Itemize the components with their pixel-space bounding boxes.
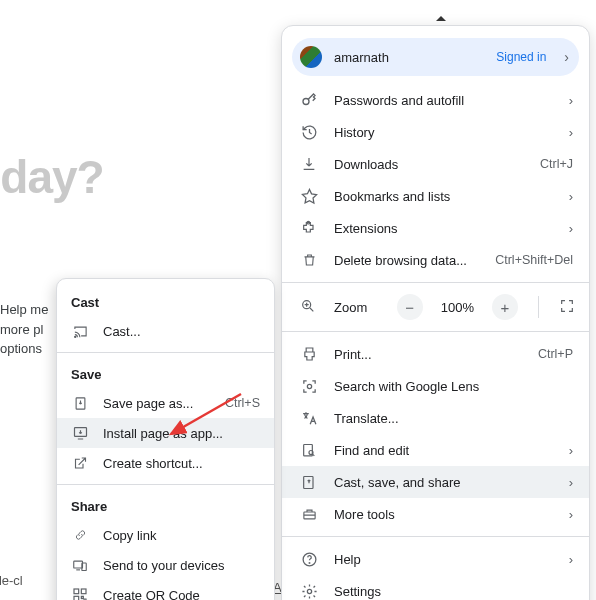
pill-1: Help me: [0, 300, 48, 320]
accelerator: Ctrl+J: [540, 157, 573, 171]
lens-icon: [300, 377, 318, 395]
chevron-right-icon: ›: [569, 93, 573, 108]
submenu-label: Cast...: [103, 324, 260, 339]
separator: [282, 282, 589, 283]
chevron-right-icon: ›: [569, 552, 573, 567]
history-icon: [300, 123, 318, 141]
menu-more-tools[interactable]: More tools ›: [282, 498, 589, 530]
svg-point-3: [307, 384, 311, 388]
svg-rect-18: [74, 596, 79, 600]
svg-point-9: [309, 562, 310, 563]
devices-icon: [71, 556, 89, 574]
submenu-label: Create shortcut...: [103, 456, 260, 471]
avatar: [300, 46, 322, 68]
separator: [282, 331, 589, 332]
chevron-right-icon: ›: [564, 49, 569, 65]
svg-rect-14: [74, 561, 83, 568]
star-icon: [300, 187, 318, 205]
cast-save-share-submenu: Cast Cast... Save Save page as... Ctrl+S…: [56, 278, 275, 600]
download-icon: [300, 155, 318, 173]
pill-2: more pl: [0, 320, 48, 340]
puzzle-icon: [300, 219, 318, 237]
menu-extensions[interactable]: Extensions ›: [282, 212, 589, 244]
menu-translate[interactable]: Translate...: [282, 402, 589, 434]
toolbox-icon: [300, 505, 318, 523]
menu-label: Cast, save, and share: [334, 475, 553, 490]
submenu-label: Send to your devices: [103, 558, 260, 573]
submenu-label: Copy link: [103, 528, 260, 543]
menu-arrow-icon: [436, 16, 446, 21]
suggestion-pills: Help me more pl options: [0, 300, 48, 359]
menu-settings[interactable]: Settings: [282, 575, 589, 600]
menu-label: More tools: [334, 507, 553, 522]
svg-rect-16: [74, 589, 79, 594]
submenu-copy-link[interactable]: Copy link: [57, 520, 274, 550]
signed-in-badge: Signed in: [496, 50, 546, 64]
menu-label: History: [334, 125, 553, 140]
separator: [282, 536, 589, 537]
menu-cast-save-share[interactable]: Cast, save, and share ›: [282, 466, 589, 498]
profile-row[interactable]: amarnath Signed in ›: [292, 38, 579, 76]
menu-print[interactable]: Print... Ctrl+P: [282, 338, 589, 370]
separator: [538, 296, 539, 318]
menu-label: Find and edit: [334, 443, 553, 458]
menu-lens[interactable]: Search with Google Lens: [282, 370, 589, 402]
submenu-cast[interactable]: Cast...: [57, 316, 274, 346]
submenu-qr-code[interactable]: Create QR Code: [57, 580, 274, 600]
menu-label: Downloads: [334, 157, 524, 172]
key-icon: [300, 91, 318, 109]
find-icon: [300, 441, 318, 459]
shortcut-icon: [71, 454, 89, 472]
zoom-row: Zoom − 100% +: [282, 289, 589, 325]
svg-point-10: [307, 589, 311, 593]
chevron-right-icon: ›: [569, 507, 573, 522]
menu-label: Translate...: [334, 411, 573, 426]
bg-hint-text: double-cl: [0, 573, 23, 588]
svg-point-11: [74, 336, 75, 337]
submenu-label: Save page as...: [103, 396, 211, 411]
chevron-right-icon: ›: [569, 221, 573, 236]
menu-history[interactable]: History ›: [282, 116, 589, 148]
submenu-create-shortcut[interactable]: Create shortcut...: [57, 448, 274, 478]
install-app-icon: [71, 424, 89, 442]
menu-label: Search with Google Lens: [334, 379, 573, 394]
menu-label: Passwords and autofill: [334, 93, 553, 108]
submenu-header-save: Save: [57, 359, 274, 388]
zoom-icon: [300, 298, 318, 316]
separator: [57, 484, 274, 485]
submenu-send-devices[interactable]: Send to your devices: [57, 550, 274, 580]
trash-icon: [300, 251, 318, 269]
print-icon: [300, 345, 318, 363]
menu-passwords[interactable]: Passwords and autofill ›: [282, 84, 589, 116]
chevron-right-icon: ›: [569, 475, 573, 490]
chrome-main-menu: amarnath Signed in › Passwords and autof…: [281, 25, 590, 600]
profile-name: amarnath: [334, 50, 484, 65]
fullscreen-icon[interactable]: [559, 298, 577, 316]
menu-delete-data[interactable]: Delete browsing data... Ctrl+Shift+Del: [282, 244, 589, 276]
menu-label: Settings: [334, 584, 573, 599]
page-headline: u today?: [0, 150, 104, 204]
accelerator: Ctrl+P: [538, 347, 573, 361]
submenu-save-page[interactable]: Save page as... Ctrl+S: [57, 388, 274, 418]
zoom-label: Zoom: [334, 300, 381, 315]
qr-icon: [71, 586, 89, 600]
menu-help[interactable]: Help ›: [282, 543, 589, 575]
chevron-right-icon: ›: [569, 443, 573, 458]
menu-label: Print...: [334, 347, 522, 362]
menu-find[interactable]: Find and edit ›: [282, 434, 589, 466]
zoom-in-button[interactable]: +: [492, 294, 518, 320]
menu-label: Bookmarks and lists: [334, 189, 553, 204]
submenu-install-app[interactable]: Install page as app...: [57, 418, 274, 448]
menu-bookmarks[interactable]: Bookmarks and lists ›: [282, 180, 589, 212]
zoom-out-button[interactable]: −: [397, 294, 423, 320]
chevron-right-icon: ›: [569, 125, 573, 140]
pill-3: options: [0, 339, 48, 359]
link-icon: [71, 526, 89, 544]
menu-label: Extensions: [334, 221, 553, 236]
accelerator: Ctrl+Shift+Del: [495, 253, 573, 267]
cast-icon: [71, 322, 89, 340]
separator: [57, 352, 274, 353]
svg-rect-6: [304, 476, 313, 488]
save-page-icon: [71, 394, 89, 412]
menu-downloads[interactable]: Downloads Ctrl+J: [282, 148, 589, 180]
